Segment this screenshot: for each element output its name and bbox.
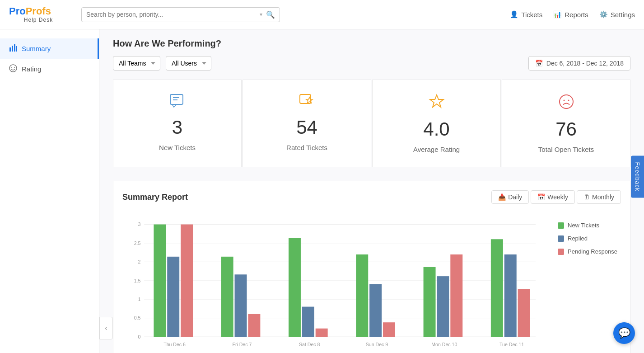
logo-pro: Pro	[9, 5, 26, 17]
svg-text:Mon Dec 10: Mon Dec 10	[431, 342, 457, 347]
stat-card-new-tickets: 3 New Tickets	[113, 80, 242, 167]
svg-rect-34	[221, 257, 233, 337]
svg-text:Fri Dec 7: Fri Dec 7	[232, 342, 252, 347]
chat-icon: 💬	[618, 327, 630, 339]
svg-rect-42	[356, 254, 368, 337]
tab-daily-label: Daily	[508, 193, 522, 201]
users-filter[interactable]: All Users User A User B	[166, 56, 211, 71]
chat-button[interactable]: 💬	[613, 322, 635, 344]
svg-rect-3	[16, 46, 17, 52]
chevron-left-icon: ‹	[105, 324, 107, 332]
sidebar-item-rating[interactable]: Rating	[0, 59, 99, 79]
back-arrow-button[interactable]: ‹	[99, 317, 113, 339]
tab-monthly-label: Monthly	[592, 193, 614, 201]
bar-chart-icon	[9, 44, 17, 53]
svg-point-6	[14, 67, 15, 68]
chart-container: 3 2.5 2 1.5 1 0.5 0 Thu Dec 6	[122, 213, 621, 353]
svg-rect-2	[14, 44, 15, 52]
stat-card-avg-rating: 4.0 Average Rating	[372, 80, 501, 167]
svg-rect-44	[383, 322, 395, 337]
report-section: Summary Report 📥 Daily 📅 Weekly 🗓 Monthl…	[113, 181, 630, 353]
svg-text:2.5: 2.5	[134, 240, 141, 246]
svg-point-5	[11, 67, 12, 68]
smiley-icon	[9, 64, 17, 74]
report-title: Summary Report	[122, 193, 188, 202]
tab-monthly[interactable]: 🗓 Monthly	[577, 190, 621, 204]
stat-card-open-tickets: 76 Total Open Tickets	[502, 80, 630, 167]
calendar-monthly-icon: 🗓	[583, 193, 590, 201]
sidebar: Summary Rating	[0, 29, 99, 353]
calendar-daily-icon: 📥	[498, 193, 506, 201]
svg-text:0: 0	[138, 334, 141, 339]
date-range-text: Dec 6, 2018 - Dec 12, 2018	[546, 60, 624, 67]
person-icon: 👤	[510, 10, 518, 19]
svg-rect-30	[154, 225, 166, 337]
tab-weekly-label: Weekly	[547, 193, 568, 201]
svg-text:1: 1	[138, 297, 141, 302]
svg-text:1.5: 1.5	[134, 278, 141, 283]
header: ProProfs Help Desk ▾ 🔍 👤 Tickets 📊 Repor…	[0, 0, 644, 29]
gear-icon: ⚙️	[599, 10, 608, 19]
svg-rect-31	[167, 257, 179, 337]
svg-marker-11	[306, 97, 313, 103]
svg-rect-39	[302, 307, 314, 337]
chart-icon: 📊	[553, 10, 562, 19]
svg-rect-48	[450, 254, 462, 337]
logo-subtitle: Help Desk	[9, 17, 68, 23]
open-tickets-number: 76	[555, 118, 577, 140]
svg-text:Tue Dec 11: Tue Dec 11	[499, 342, 524, 347]
nav-reports[interactable]: 📊 Reports	[553, 10, 588, 19]
chat-icon	[169, 94, 186, 111]
svg-rect-47	[437, 276, 449, 337]
legend-pending-label: Pending Response	[568, 248, 617, 255]
tab-daily[interactable]: 📥 Daily	[491, 190, 529, 204]
svg-rect-51	[504, 254, 517, 337]
svg-point-14	[563, 100, 565, 101]
time-tabs: 📥 Daily 📅 Weekly 🗓 Monthly	[491, 190, 621, 204]
sad-icon	[558, 94, 574, 113]
svg-rect-35	[235, 274, 247, 337]
legend-replied: Replied	[558, 235, 621, 242]
svg-text:2: 2	[138, 259, 141, 264]
dropdown-icon[interactable]: ▾	[260, 11, 262, 18]
search-input[interactable]	[86, 11, 260, 18]
svg-rect-52	[518, 289, 530, 337]
search-icon[interactable]: 🔍	[266, 10, 275, 19]
sidebar-rating-label: Rating	[22, 65, 41, 73]
svg-point-13	[560, 95, 573, 108]
svg-marker-12	[430, 95, 443, 107]
svg-rect-36	[248, 314, 260, 337]
logo-text: ProProfs	[9, 6, 68, 17]
legend-dot-new	[558, 222, 564, 229]
legend-pending: Pending Response	[558, 248, 621, 255]
legend-new-tickets-label: New Tickets	[568, 222, 599, 229]
svg-rect-32	[181, 225, 193, 337]
svg-rect-1	[12, 46, 13, 52]
date-filter[interactable]: 📅 Dec 6, 2018 - Dec 12, 2018	[528, 56, 630, 71]
search-bar[interactable]: ▾ 🔍	[81, 7, 280, 22]
page-title: How Are We Performing?	[113, 38, 630, 49]
nav-tickets[interactable]: 👤 Tickets	[510, 10, 542, 19]
svg-text:0.5: 0.5	[134, 315, 141, 320]
chart-area: 3 2.5 2 1.5 1 0.5 0 Thu Dec 6	[122, 213, 549, 353]
sidebar-item-summary[interactable]: Summary	[0, 38, 99, 59]
svg-rect-0	[9, 47, 11, 52]
legend-replied-label: Replied	[568, 235, 588, 242]
sidebar-summary-label: Summary	[22, 45, 51, 52]
main-content: How Are We Performing? All Teams Team A …	[99, 29, 644, 353]
stats-row: 3 New Tickets 54 Rated Tickets	[113, 80, 630, 167]
new-tickets-number: 3	[172, 117, 182, 138]
teams-filter[interactable]: All Teams Team A Team B	[113, 56, 160, 71]
feedback-button[interactable]: Feedback	[631, 155, 644, 198]
stat-card-rated-tickets: 54 Rated Tickets	[243, 80, 371, 167]
svg-text:Sat Dec 8: Sat Dec 8	[299, 342, 320, 347]
svg-point-15	[568, 100, 569, 101]
nav-settings[interactable]: ⚙️ Settings	[599, 10, 635, 19]
svg-rect-43	[369, 284, 382, 337]
svg-rect-50	[491, 239, 503, 337]
chat-star-icon	[299, 94, 315, 111]
svg-point-4	[9, 65, 17, 72]
legend-dot-replied	[558, 235, 564, 242]
legend-new-tickets: New Tickets	[558, 222, 621, 229]
tab-weekly[interactable]: 📅 Weekly	[531, 190, 575, 204]
